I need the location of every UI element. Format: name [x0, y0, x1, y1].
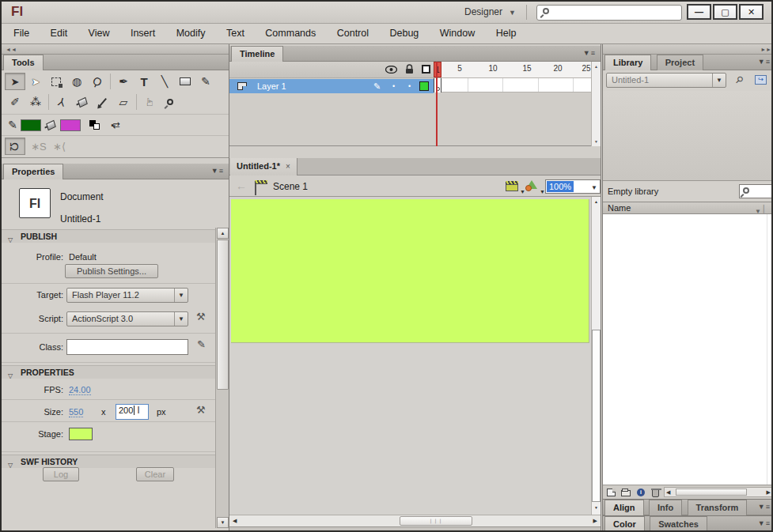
hand-tool[interactable]: ☞	[141, 92, 158, 112]
workspace-switcher[interactable]: Designer▼	[464, 6, 516, 17]
tab-tools[interactable]: Tools	[3, 55, 44, 70]
minimize-button[interactable]: —	[687, 4, 711, 20]
stage-viewport[interactable]: ▲ ▼	[229, 197, 601, 515]
layer-row[interactable]: Layer 1 ✎ • •	[229, 79, 434, 93]
library-name-column-header[interactable]: Name ▼ ❘	[603, 202, 773, 214]
straighten-button[interactable]: ∗⟨	[49, 138, 70, 155]
document-tab[interactable]: Untitled-1*×	[230, 158, 297, 175]
menu-help[interactable]: Help	[487, 24, 525, 43]
scrollbar-thumb[interactable]	[676, 489, 747, 496]
panel-menu-icon[interactable]: ▼≡	[758, 58, 771, 66]
panel-menu-icon[interactable]: ▼≡	[758, 519, 771, 527]
tab-color[interactable]: Color	[604, 516, 645, 532]
scroll-right-arrow[interactable]: ▶	[767, 489, 771, 496]
library-document-dropdown[interactable]: Untitled-1▼	[606, 73, 726, 88]
panel-menu-icon[interactable]: ▼≡	[583, 49, 596, 57]
scroll-left-arrow[interactable]: ◀	[666, 489, 670, 496]
layer-name[interactable]: Layer 1	[257, 81, 286, 91]
show-hide-eye-icon[interactable]	[385, 66, 397, 74]
menu-commands[interactable]: Commands	[256, 24, 324, 43]
stage-color-swatch[interactable]	[69, 428, 93, 440]
menu-insert[interactable]: Insert	[122, 24, 164, 43]
delete-item-button[interactable]	[652, 489, 659, 497]
scroll-up-arrow[interactable]: ▲	[217, 228, 229, 239]
layer-lock-dot[interactable]: •	[408, 82, 411, 90]
menu-edit[interactable]: Edit	[42, 24, 77, 43]
zoom-tool[interactable]	[160, 93, 180, 111]
scroll-down-arrow[interactable]: ▼	[217, 517, 229, 528]
paint-bucket-tool[interactable]	[72, 93, 93, 111]
stage-width-value[interactable]: 550	[69, 407, 83, 417]
collapse-to-icons-button[interactable]: ►►	[603, 44, 773, 55]
frames-area[interactable]: 5 10 15 20 25 1	[434, 62, 591, 146]
layer-frames-row[interactable]	[434, 78, 591, 92]
scroll-left-arrow[interactable]: ◀	[233, 518, 237, 524]
vertical-scrollbar[interactable]: ▲ ▼	[591, 197, 601, 515]
properties-section-header[interactable]: ▽PROPERTIES	[2, 365, 215, 379]
menu-control[interactable]: Control	[328, 24, 377, 43]
tab-properties[interactable]: Properties	[3, 164, 63, 179]
stage[interactable]	[231, 199, 589, 343]
tab-transform[interactable]: Transform	[688, 500, 748, 515]
empty-keyframe-cell[interactable]	[434, 78, 441, 92]
library-search-input[interactable]	[739, 184, 772, 198]
search-input[interactable]	[536, 5, 682, 21]
scroll-right-arrow[interactable]: ▶	[593, 518, 597, 524]
stage-height-input[interactable]: 200Ⅰ	[116, 404, 149, 420]
menu-text[interactable]: Text	[218, 24, 253, 43]
script-dropdown[interactable]: ActionScript 3.0▼	[66, 311, 188, 326]
horizontal-scrollbar[interactable]: ◀ ❘❘❘ ▶	[229, 515, 601, 526]
tab-swatches[interactable]: Swatches	[650, 516, 707, 532]
frame-ruler[interactable]: 5 10 15 20 25 1	[434, 62, 591, 78]
scrollbar-thumb[interactable]	[592, 330, 601, 502]
wrench-icon[interactable]: ⚒	[196, 311, 206, 323]
tab-timeline[interactable]: Timeline	[231, 46, 283, 62]
collapse-to-icons-button[interactable]: ◄◄	[2, 44, 229, 55]
wrench-icon[interactable]: ⚒	[196, 404, 206, 416]
timeline-scrollbar[interactable]: ▲▼	[591, 62, 601, 146]
new-folder-button[interactable]	[621, 490, 631, 496]
clear-button[interactable]: Clear	[136, 467, 174, 481]
smooth-button[interactable]: ∗S	[28, 138, 49, 155]
swap-colors-button[interactable]: ▪⇄	[104, 116, 125, 134]
tab-library[interactable]: Library	[604, 55, 651, 70]
scroll-up-arrow[interactable]: ▲	[592, 199, 601, 204]
lasso-tool[interactable]: Ϙ	[85, 70, 111, 94]
spray-brush-tool[interactable]: ⁂	[25, 93, 46, 111]
black-white-button[interactable]	[84, 116, 104, 134]
maximize-button[interactable]: ▢	[713, 4, 737, 20]
zoom-level-field[interactable]: 100% ▼	[545, 179, 601, 194]
menu-file[interactable]: File	[5, 24, 38, 43]
library-item-list[interactable]	[603, 214, 773, 485]
scrollbar-thumb[interactable]: ❘❘❘	[400, 516, 472, 526]
current-frame-marker[interactable]: 1	[434, 62, 441, 77]
log-button[interactable]: Log	[43, 467, 79, 481]
panel-menu-icon[interactable]: ▼≡	[211, 167, 224, 175]
pen-tool[interactable]: ✒	[113, 73, 134, 90]
panel-menu-icon[interactable]: ▼≡	[758, 503, 771, 511]
selection-tool[interactable]: ➤	[5, 73, 25, 90]
pencil-edit-icon[interactable]: ✎	[197, 338, 206, 350]
snap-to-objects-toggle[interactable]: Ω	[5, 138, 25, 155]
eyedropper-tool[interactable]	[93, 93, 113, 111]
line-tool[interactable]: ╲	[154, 73, 175, 90]
menu-window[interactable]: Window	[431, 24, 483, 43]
tab-project[interactable]: Project	[657, 55, 703, 70]
edit-symbols-button[interactable]: ▼	[525, 180, 545, 194]
free-transform-tool[interactable]	[46, 73, 66, 90]
back-arrow-icon[interactable]: ←	[236, 179, 247, 192]
playhead[interactable]	[436, 62, 438, 146]
new-symbol-button[interactable]	[607, 489, 616, 496]
new-library-panel-icon[interactable]: ↪	[755, 75, 767, 85]
menu-view[interactable]: View	[80, 24, 119, 43]
menu-debug[interactable]: Debug	[381, 24, 427, 43]
edit-scene-button[interactable]: ▼	[506, 180, 525, 194]
tab-align[interactable]: Align	[604, 500, 644, 515]
layer-outline-color-swatch[interactable]	[419, 81, 429, 91]
zoom-level-value[interactable]: 100%	[547, 181, 574, 192]
eraser-tool[interactable]: ▱	[113, 93, 134, 111]
target-dropdown[interactable]: Flash Player 11.2▼	[66, 288, 188, 303]
tab-info[interactable]: Info	[649, 500, 682, 515]
fill-color-swatch[interactable]	[60, 119, 81, 131]
library-horizontal-scrollbar[interactable]: ◀ ▶	[664, 487, 773, 497]
